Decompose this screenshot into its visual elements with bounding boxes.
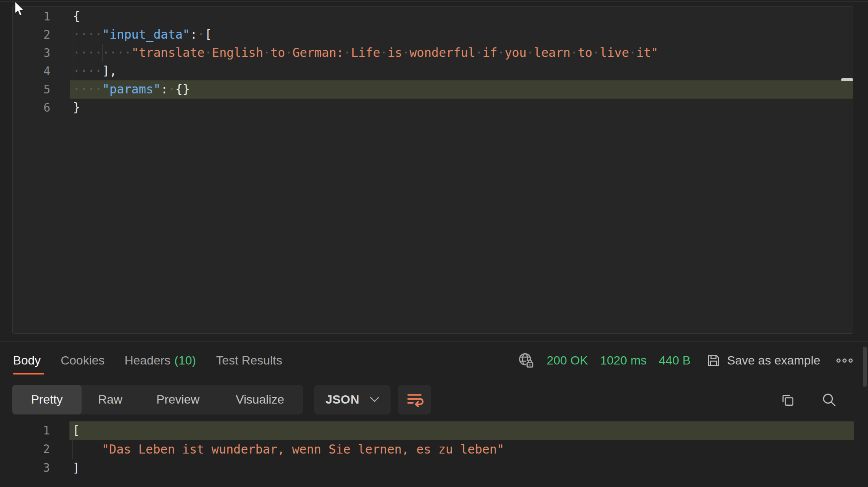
format-dropdown-label: JSON xyxy=(326,393,359,407)
token-str: German: xyxy=(293,46,344,60)
view-mode-visualize[interactable]: Visualize xyxy=(217,385,303,414)
token-str: "translate xyxy=(132,46,205,60)
token-ws: ···· xyxy=(73,82,102,96)
token-punct: { xyxy=(73,9,80,23)
more-options-icon[interactable] xyxy=(836,357,853,364)
save-as-example-button[interactable]: Save as example xyxy=(706,353,820,368)
line-number: 4 xyxy=(13,62,70,80)
view-mode-pretty[interactable]: Pretty xyxy=(12,385,82,414)
token-punct: } xyxy=(73,100,80,115)
tab-label: Headers xyxy=(125,354,171,368)
line-number: 2 xyxy=(13,26,70,44)
request-body-editor[interactable]: 1{2····"input_data":·[3········"translat… xyxy=(12,6,853,334)
token-str: live xyxy=(600,46,629,60)
token-str: wonderful xyxy=(410,46,476,60)
token-str: English xyxy=(212,46,263,60)
code-line[interactable]: 3········"translate·English·to·German:·L… xyxy=(13,44,853,62)
token-str: Life xyxy=(351,46,380,60)
token-str: "Das Leben ist wunderbar, wenn Sie lerne… xyxy=(102,442,504,457)
tab-cookies[interactable]: Cookies xyxy=(61,347,105,374)
line-number: 3 xyxy=(12,459,69,477)
response-size[interactable]: 440 B xyxy=(659,354,690,368)
token-ws: · xyxy=(402,46,410,60)
code-line-content[interactable]: } xyxy=(70,99,853,117)
mouse-cursor-icon xyxy=(13,1,26,17)
status-badge[interactable]: 200 OK xyxy=(547,354,588,368)
token-punct: [ xyxy=(72,424,80,438)
token-str: is xyxy=(388,46,402,60)
code-line[interactable]: 4····], xyxy=(13,62,853,80)
network-globe-lock-icon[interactable] xyxy=(518,352,535,369)
token-ws: · xyxy=(592,46,600,60)
code-line[interactable]: 3] xyxy=(12,459,854,477)
token-ws: · xyxy=(168,82,175,96)
token-ws: · xyxy=(344,46,351,60)
tab-headers[interactable]: Headers(10) xyxy=(125,347,196,374)
token-key: "input_data" xyxy=(102,27,190,42)
token-str: you xyxy=(505,46,527,60)
code-line[interactable]: 5····"params":·{} xyxy=(13,80,853,99)
line-number: 2 xyxy=(12,440,69,459)
line-number: 3 xyxy=(13,44,70,62)
copy-response-icon[interactable] xyxy=(779,392,795,407)
tab-label: Test Results xyxy=(216,354,283,368)
line-number: 6 xyxy=(13,99,70,117)
token-ws: · xyxy=(204,46,212,60)
code-line[interactable]: 6} xyxy=(13,99,853,117)
code-line[interactable]: 2····"input_data":·[ xyxy=(13,26,853,44)
response-view-switcher: PrettyRawPreviewVisualize xyxy=(12,385,303,414)
token-punct: : xyxy=(161,82,168,96)
view-mode-raw[interactable]: Raw xyxy=(82,385,139,414)
token-punct xyxy=(72,442,102,457)
code-line-content[interactable]: ····"params":·{} xyxy=(70,80,853,99)
code-line[interactable]: 2 "Das Leben ist wunderbar, wenn Sie ler… xyxy=(12,440,854,459)
indent-guide xyxy=(72,440,73,459)
code-line-content[interactable]: [ xyxy=(69,421,854,440)
token-str: to xyxy=(578,46,592,60)
token-ws: · xyxy=(475,46,483,60)
code-line[interactable]: 1[ xyxy=(12,421,854,440)
token-ws: · xyxy=(263,46,270,60)
section-divider xyxy=(0,341,868,342)
response-time[interactable]: 1020 ms xyxy=(600,354,647,368)
view-mode-preview[interactable]: Preview xyxy=(139,385,217,414)
token-ws: · xyxy=(197,27,205,42)
token-str: learn xyxy=(534,46,570,60)
token-ws: ···· xyxy=(73,64,102,78)
code-line-content[interactable]: ] xyxy=(69,459,854,477)
token-ws: · xyxy=(526,46,534,60)
token-punct: : xyxy=(190,27,197,42)
token-str: to xyxy=(270,46,285,60)
search-response-icon[interactable] xyxy=(821,392,837,407)
code-line-content[interactable]: "Das Leben ist wunderbar, wenn Sie lerne… xyxy=(69,440,854,459)
token-ws: ···· xyxy=(73,27,102,42)
code-line[interactable]: 1{ xyxy=(13,7,853,26)
format-dropdown[interactable]: JSON xyxy=(314,385,391,414)
tab-label: Cookies xyxy=(61,354,105,368)
token-ws: · xyxy=(285,46,293,60)
top-hairline xyxy=(0,1,868,2)
token-ws: · xyxy=(629,46,636,60)
left-edge-line xyxy=(4,0,4,487)
editor-scroll-gutter-line xyxy=(840,7,840,333)
code-line-content[interactable]: { xyxy=(70,7,853,26)
token-key: "params" xyxy=(102,82,161,96)
text-wrap-icon xyxy=(405,390,424,409)
code-line-content[interactable]: ····"input_data":·[ xyxy=(70,26,853,44)
line-number: 1 xyxy=(12,421,69,440)
token-punct: {} xyxy=(175,82,190,96)
wrap-lines-button[interactable] xyxy=(398,385,431,414)
tab-body[interactable]: Body xyxy=(13,347,41,374)
code-line-content[interactable]: ····], xyxy=(70,62,853,80)
window-scrollbar-thumb[interactable] xyxy=(863,347,867,387)
tab-count-badge: (10) xyxy=(174,354,196,368)
token-ws: · xyxy=(380,46,388,60)
response-tab-bar: BodyCookiesHeaders(10)Test Results xyxy=(13,347,282,374)
token-punct: ] xyxy=(72,461,80,475)
editor-scrollbar-thumb[interactable] xyxy=(841,78,853,81)
response-body-editor[interactable]: 1[2 "Das Leben ist wunderbar, wenn Sie l… xyxy=(12,421,854,477)
line-number: 5 xyxy=(13,80,70,99)
code-line-content[interactable]: ········"translate·English·to·German:·Li… xyxy=(70,44,853,62)
tab-test-results[interactable]: Test Results xyxy=(216,347,283,374)
token-punct: [ xyxy=(204,27,212,42)
